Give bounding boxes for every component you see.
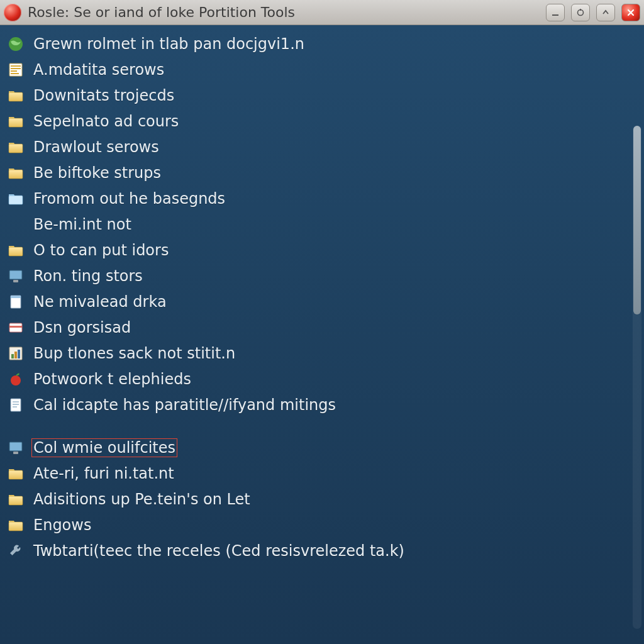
blank-icon (8, 216, 24, 233)
list-item[interactable]: Ate-ri, furi ni.tat.nt (8, 464, 640, 484)
chart-icon (8, 345, 24, 362)
svg-rect-5 (11, 65, 21, 67)
folder-icon (8, 465, 24, 482)
list-item[interactable]: Col wmie oulifcites (8, 438, 640, 458)
list-item[interactable]: Drawlout serows (8, 137, 640, 157)
folder-icon (8, 87, 24, 104)
content-pane: Grewn rolmet in tlab pan docjgvi1.nA.mda… (0, 25, 644, 644)
list-item-label: Col wmie oulifcites (31, 438, 177, 457)
svg-rect-14 (9, 247, 23, 256)
svg-rect-16 (13, 280, 18, 282)
list-item-label: Cal idcapte has paratitle//ifyand miting… (31, 396, 338, 414)
title-bar: Rosle: Se or iand of loke Portition Tool… (0, 0, 644, 25)
svg-rect-2 (580, 9, 581, 11)
list-item-label: Twbtarti(teec the receles (Ced resisvrel… (31, 541, 406, 560)
folder-icon (8, 113, 24, 130)
list-item[interactable]: Grewn rolmet in tlab pan docjgvi1.n (8, 34, 640, 54)
app-badge-icon (4, 4, 21, 21)
svg-rect-8 (11, 73, 19, 74)
item-list: Grewn rolmet in tlab pan docjgvi1.nA.mda… (8, 34, 640, 561)
list-item-label: Be-mi.int not (31, 215, 133, 234)
list-item-label: O to can put idors (31, 241, 170, 260)
scrollbar-thumb[interactable] (633, 126, 641, 314)
svg-rect-30 (9, 442, 22, 451)
list-item[interactable]: Downitats trojecds (8, 86, 640, 106)
list-item-label: Adisitions up Pe.tein's on Let (31, 490, 252, 509)
list-item-label: Be biftoke strups (31, 164, 163, 182)
svg-rect-23 (14, 352, 17, 358)
list-item-label: Bup tlones sack not stitit.n (31, 344, 237, 363)
svg-rect-34 (9, 522, 23, 531)
list-item-label: Fromom out he basegnds (31, 189, 227, 208)
list-item-label: Ate-ri, furi ni.tat.nt (31, 464, 176, 483)
list-item[interactable]: Ne mivalead drka (8, 292, 640, 312)
svg-rect-6 (11, 68, 21, 69)
list-item[interactable]: Cal idcapte has paratitle//ifyand miting… (8, 395, 640, 415)
list-item[interactable]: Twbtarti(teec the receles (Ced resisvrel… (8, 541, 640, 561)
folder-icon (8, 517, 24, 533)
list-item-label: Ron. ting stors (31, 267, 145, 286)
svg-rect-9 (9, 92, 23, 101)
apple-icon (8, 371, 24, 387)
window-title: Rosle: Se or iand of loke Portition Tool… (28, 4, 540, 20)
card-icon (8, 319, 24, 336)
maximize-button[interactable] (596, 4, 615, 21)
list-item-label: Dsn gorsisad (31, 318, 133, 337)
svg-rect-18 (11, 296, 21, 298)
list-item-label: Downitats trojecds (31, 86, 176, 105)
list-item[interactable]: Be-mi.int not (8, 214, 640, 235)
minimize-button[interactable] (546, 4, 565, 21)
list-item-label: Drawlout serows (31, 138, 161, 157)
note-icon (8, 397, 24, 413)
list-item[interactable]: Bup tlones sack not stitit.n (8, 343, 640, 364)
list-item[interactable]: Sepelnato ad cours (8, 111, 640, 131)
globe-icon (8, 36, 24, 52)
list-item-label: Engows (31, 516, 93, 535)
list-item-label: A.mdatita serows (31, 60, 166, 79)
svg-rect-32 (9, 470, 23, 479)
folder-icon (8, 242, 24, 258)
svg-rect-13 (9, 196, 23, 204)
vertical-scrollbar[interactable] (633, 126, 641, 629)
list-item[interactable]: Fromom out he basegnds (8, 189, 640, 209)
list-item[interactable]: Engows (8, 515, 640, 535)
list-item-label: Grewn rolmet in tlab pan docjgvi1.n (31, 35, 306, 53)
svg-rect-20 (9, 326, 22, 328)
list-icon (8, 62, 24, 78)
monitor-icon (8, 440, 24, 456)
svg-rect-26 (11, 399, 21, 411)
list-item-label: Ne mivalead drka (31, 292, 169, 311)
list-item[interactable]: Ron. ting stors (8, 266, 640, 286)
folder-icon (8, 139, 24, 155)
svg-rect-22 (11, 354, 14, 358)
list-item[interactable]: A.mdatita serows (8, 60, 640, 80)
options-button[interactable] (571, 4, 590, 21)
svg-rect-0 (552, 14, 558, 16)
list-item-label: Sepelnato ad cours (31, 112, 180, 131)
list-item[interactable]: Be biftoke strups (8, 163, 640, 183)
monitor-icon (8, 268, 24, 284)
svg-rect-7 (11, 70, 17, 72)
svg-point-25 (11, 375, 21, 386)
svg-rect-15 (9, 270, 22, 279)
folder-icon (8, 191, 24, 207)
svg-rect-31 (13, 452, 18, 454)
list-item[interactable]: Adisitions up Pe.tein's on Let (8, 489, 640, 509)
list-item[interactable]: Dsn gorsisad (8, 318, 640, 338)
list-item[interactable]: O to can put idors (8, 240, 640, 260)
svg-rect-11 (9, 144, 23, 153)
group-separator (8, 421, 640, 432)
tool-icon (8, 543, 24, 559)
svg-rect-10 (9, 118, 23, 127)
list-item[interactable]: Potwoork t elephieds (8, 369, 640, 389)
close-button[interactable] (621, 4, 640, 21)
list-item-label: Potwoork t elephieds (31, 370, 193, 389)
svg-rect-33 (9, 496, 23, 505)
folder-icon (8, 165, 24, 181)
folder-icon (8, 491, 24, 508)
page-icon (8, 294, 24, 310)
svg-rect-12 (9, 170, 23, 179)
svg-rect-24 (18, 350, 20, 358)
